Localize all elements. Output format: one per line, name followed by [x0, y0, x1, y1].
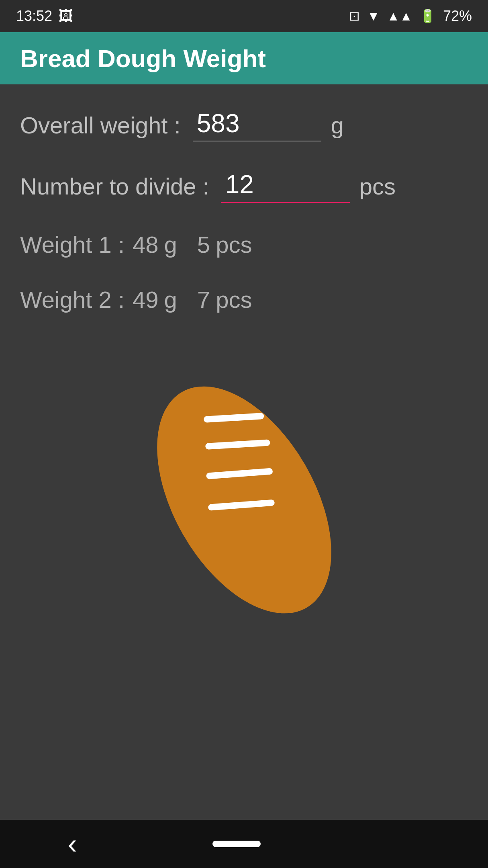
number-to-divide-label: Number to divide : [20, 173, 209, 200]
overall-weight-row: Overall weight : g [20, 108, 468, 141]
weight1-row: Weight 1 : 48 g 5 pcs [20, 231, 468, 258]
weight2-value: 49 [133, 286, 159, 313]
weight1-value: 48 [133, 231, 159, 258]
nav-bar: ‹ [0, 820, 488, 868]
weight2-label: Weight 2 : [20, 286, 125, 313]
time-display: 13:52 [16, 8, 52, 25]
status-right: ⊡ ▼ ▲▲ 🔋 72% [349, 8, 472, 25]
back-button[interactable]: ‹ [68, 828, 77, 860]
status-left: 13:52 🖼 [16, 8, 73, 25]
overall-weight-label: Overall weight : [20, 112, 181, 139]
weight2-pcs-value: 7 [197, 286, 210, 313]
weight1-pcs-unit: pcs [216, 231, 252, 258]
home-indicator[interactable] [212, 841, 261, 847]
wifi-icon: ▼ [367, 9, 380, 24]
weight1-unit: g [164, 231, 177, 258]
weight2-unit: g [164, 286, 177, 313]
battery-percent: 72% [443, 8, 472, 25]
svg-point-0 [124, 357, 365, 633]
photo-icon: 🖼 [59, 8, 73, 25]
overall-weight-unit: g [331, 112, 344, 139]
main-content: Overall weight : g Number to divide : pc… [0, 84, 488, 667]
weight1-label: Weight 1 : [20, 231, 125, 258]
number-to-divide-input[interactable] [221, 170, 350, 203]
game-icon: ⊡ [349, 8, 360, 24]
signal-icon: ▲▲ [387, 9, 412, 24]
app-bar: Bread Dough Weight [0, 32, 488, 84]
overall-weight-input[interactable] [193, 108, 321, 141]
bread-illustration-area [20, 341, 468, 643]
number-to-divide-unit: pcs [359, 173, 396, 200]
weight1-pcs-value: 5 [197, 231, 210, 258]
status-bar: 13:52 🖼 ⊡ ▼ ▲▲ 🔋 72% [0, 0, 488, 32]
weight2-pcs-unit: pcs [216, 286, 252, 313]
bread-illustration [124, 351, 365, 633]
app-title: Bread Dough Weight [20, 44, 266, 73]
number-to-divide-row: Number to divide : pcs [20, 170, 468, 203]
battery-icon: 🔋 [420, 8, 436, 24]
weight2-row: Weight 2 : 49 g 7 pcs [20, 286, 468, 313]
